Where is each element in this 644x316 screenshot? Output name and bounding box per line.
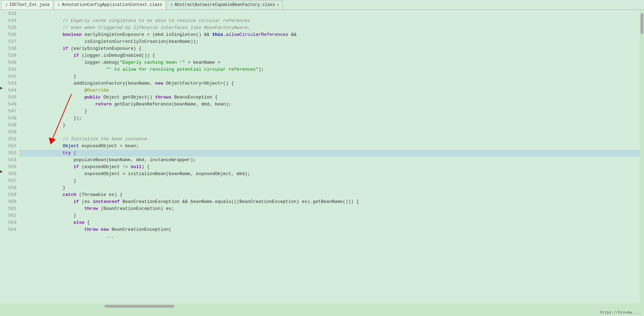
tab-label-ioctest: IOCTest_Ext.java <box>9 2 49 7</box>
ln-544: 544 <box>0 87 16 94</box>
ln-560: 560 <box>0 198 16 205</box>
ln-533: 533 <box>0 10 16 17</box>
ln-551: 551 <box>0 136 16 143</box>
code-line-547: }); <box>19 108 640 115</box>
code-line-546: } <box>19 101 640 108</box>
ln-536: 536 <box>0 31 16 38</box>
scrollbar-thumb-right[interactable] <box>641 13 643 34</box>
code-line-554: if (exposedObject != null) { <box>19 157 640 164</box>
code-line-555: exposedObject = initializeBean(beanName,… <box>19 164 640 171</box>
code-line-556: } <box>19 171 640 177</box>
ln-549: 549 <box>0 122 16 129</box>
ln-538: 538 <box>0 45 16 52</box>
code-line-545: return getEarlyBeanReference(beanName, m… <box>19 94 640 101</box>
code-line-563: throw new BeanCreationException( <box>19 219 640 226</box>
code-line-535: boolean earlySingletonExposure = (mbd.is… <box>19 24 640 31</box>
ln-558: 558 <box>0 184 16 191</box>
ln-562: 562 <box>0 212 16 219</box>
ln-561: 561 <box>0 205 16 212</box>
code-line-557: } <box>19 177 640 184</box>
tab-ioctest[interactable]: J IOCTest_Ext.java <box>1 0 53 9</box>
ln-556: 556 <box>0 171 16 177</box>
ln-542: 542 <box>0 73 16 80</box>
ln-557: 557 <box>0 177 16 184</box>
code-line-561: } <box>19 205 640 212</box>
code-line-539: logger.debug("Eagerly caching bean '" + … <box>19 52 640 59</box>
tab-bar: J IOCTest_Ext.java C AnnotationConfigApp… <box>0 0 644 10</box>
ln-563: 563 <box>0 219 16 226</box>
code-line-544: public Object getObject() throws BeansEx… <box>19 87 640 94</box>
tab-label-abstractautowire: AbstractAutowireCapableBeanFactory.class <box>175 2 275 7</box>
scrollbar-bottom[interactable] <box>0 303 644 309</box>
code-line-558: catch (Throwable ex) { <box>19 184 640 191</box>
ln-553: 553 <box>0 150 16 157</box>
code-line-548: } <box>19 115 640 122</box>
ln-534: 534 <box>0 17 16 24</box>
ln-548: 548 <box>0 115 16 122</box>
status-bar: https://hzxvmw.... <box>0 309 644 316</box>
code-line-543: @Override <box>19 80 640 87</box>
ln-540: 540 <box>0 59 16 66</box>
ln-559: 559 <box>0 191 16 198</box>
code-line-541: } <box>19 66 640 73</box>
code-line-564: ... <box>19 226 640 233</box>
ln-541: 541 <box>0 66 16 73</box>
editor-container: J IOCTest_Ext.java C AnnotationConfigApp… <box>0 0 644 316</box>
status-url: https://hzxvmw.... <box>600 310 641 315</box>
line-numbers: 533 534 535 536 537 538 539 540 541 542 … <box>0 10 19 303</box>
code-line-553: populateBean(beanName, mbd, instanceWrap… <box>19 150 640 157</box>
ln-543: 543 <box>0 80 16 87</box>
tab-icon-class2: C <box>170 3 173 7</box>
ln-546: 546 <box>0 101 16 108</box>
tab-label-annotationconfig: AnnotationConfigApplicationContext.class <box>62 2 162 7</box>
scrollbar-thumb-bottom[interactable] <box>105 305 174 308</box>
tab-close-button[interactable]: ✕ <box>277 2 279 7</box>
code-line-560: throw (BeanCreationException) ex; <box>19 198 640 205</box>
code-line-549 <box>19 122 640 129</box>
code-line-538: if (logger.isDebugEnabled()) { <box>19 45 640 52</box>
tab-abstractautowire[interactable]: C AbstractAutowireCapableBeanFactory.cla… <box>167 0 283 9</box>
code-line-537: if (earlySingletonExposure) { <box>19 38 640 45</box>
scrollbar-right[interactable] <box>640 10 644 303</box>
code-line-542: addSingletonFactory(beanName, new Object… <box>19 73 640 80</box>
code-line-533: // Eagerly cache singletons to be able t… <box>19 10 640 17</box>
ln-555: 555 <box>0 164 16 171</box>
code-line-551: Object exposedObject = bean; <box>19 136 640 143</box>
ln-550: 550 <box>0 129 16 136</box>
code-line-536: isSingletonCurrentlyInCreation(beanName)… <box>19 31 640 38</box>
ln-539: 539 <box>0 52 16 59</box>
ln-552: 552 <box>0 143 16 150</box>
ln-537: 537 <box>0 38 16 45</box>
code-line-540: "' to allow for resolving potential circ… <box>19 59 640 66</box>
ln-554: 554 <box>0 157 16 164</box>
code-line-552: try { <box>19 143 640 150</box>
ln-547: 547 <box>0 108 16 115</box>
code-lines[interactable]: // Eagerly cache singletons to be able t… <box>19 10 640 303</box>
ln-545: 545 <box>0 94 16 101</box>
code-line-534: // even when triggered by lifecycle inte… <box>19 17 640 24</box>
ln-535: 535 <box>0 24 16 31</box>
tab-icon-class1: C <box>58 3 60 7</box>
code-line-550: // Initialize the bean instance. <box>19 129 640 136</box>
code-area: ▶ ▶ 533 534 535 536 537 538 539 540 541 … <box>0 10 644 303</box>
code-line-562: else { <box>19 212 640 219</box>
code-line-559: if (ex instanceof BeanCreationException … <box>19 191 640 198</box>
tab-annotationconfig[interactable]: C AnnotationConfigApplicationContext.cla… <box>54 0 166 9</box>
ln-564: 564 <box>0 226 16 233</box>
tab-icon-java: J <box>5 3 8 7</box>
